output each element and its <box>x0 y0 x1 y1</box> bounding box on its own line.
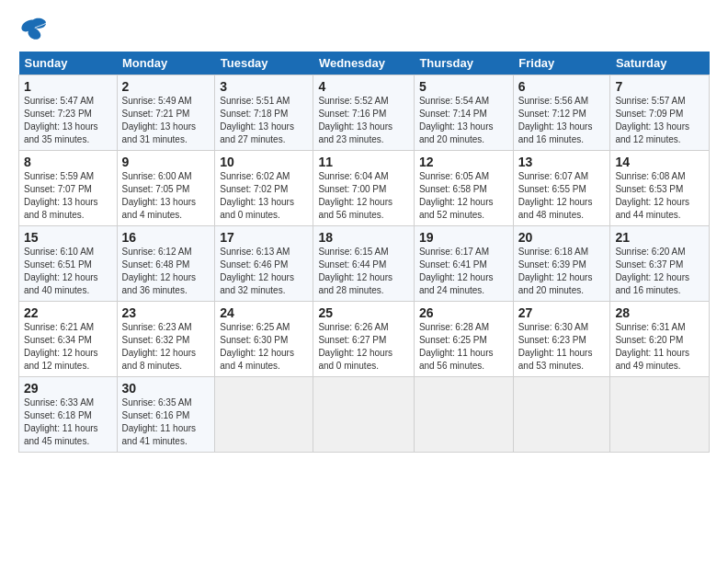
calendar-cell: 16Sunrise: 6:12 AM Sunset: 6:48 PM Dayli… <box>117 226 215 302</box>
day-info: Sunrise: 6:31 AM Sunset: 6:20 PM Dayligh… <box>615 321 704 373</box>
logo <box>18 17 51 42</box>
day-info: Sunrise: 6:23 AM Sunset: 6:32 PM Dayligh… <box>122 321 210 373</box>
calendar-cell: 11Sunrise: 6:04 AM Sunset: 7:00 PM Dayli… <box>313 151 415 226</box>
calendar-cell <box>414 377 513 453</box>
calendar-header-row: SundayMondayTuesdayWednesdayThursdayFrid… <box>19 52 710 75</box>
day-info: Sunrise: 6:26 AM Sunset: 6:27 PM Dayligh… <box>318 321 409 373</box>
calendar-cell <box>215 377 313 453</box>
calendar-cell: 5Sunrise: 5:54 AM Sunset: 7:14 PM Daylig… <box>414 75 513 151</box>
calendar-cell: 30Sunrise: 6:35 AM Sunset: 6:16 PM Dayli… <box>117 377 215 453</box>
day-number: 4 <box>318 79 409 94</box>
calendar-cell: 29Sunrise: 6:33 AM Sunset: 6:18 PM Dayli… <box>19 377 118 453</box>
day-number: 11 <box>318 155 409 169</box>
calendar-cell: 3Sunrise: 5:51 AM Sunset: 7:18 PM Daylig… <box>215 75 313 151</box>
day-number: 14 <box>615 155 704 169</box>
day-number: 5 <box>419 79 508 94</box>
calendar-cell: 12Sunrise: 6:05 AM Sunset: 6:58 PM Dayli… <box>414 151 513 226</box>
day-number: 9 <box>122 155 210 169</box>
day-info: Sunrise: 5:54 AM Sunset: 7:14 PM Dayligh… <box>419 95 508 146</box>
calendar-cell: 18Sunrise: 6:15 AM Sunset: 6:44 PM Dayli… <box>313 226 415 302</box>
calendar-cell: 19Sunrise: 6:17 AM Sunset: 6:41 PM Dayli… <box>414 226 513 302</box>
day-number: 3 <box>220 79 308 94</box>
day-info: Sunrise: 6:12 AM Sunset: 6:48 PM Dayligh… <box>122 246 210 297</box>
column-header-sunday: Sunday <box>19 52 118 75</box>
day-info: Sunrise: 5:52 AM Sunset: 7:16 PM Dayligh… <box>318 95 409 146</box>
day-info: Sunrise: 6:04 AM Sunset: 7:00 PM Dayligh… <box>318 170 409 222</box>
day-info: Sunrise: 6:25 AM Sunset: 6:30 PM Dayligh… <box>220 321 308 373</box>
calendar-week-3: 22Sunrise: 6:21 AM Sunset: 6:34 PM Dayli… <box>19 302 710 377</box>
day-info: Sunrise: 5:56 AM Sunset: 7:12 PM Dayligh… <box>518 95 606 146</box>
calendar-cell: 8Sunrise: 5:59 AM Sunset: 7:07 PM Daylig… <box>19 151 118 226</box>
day-number: 18 <box>318 230 409 245</box>
day-info: Sunrise: 6:35 AM Sunset: 6:16 PM Dayligh… <box>122 396 210 448</box>
day-number: 28 <box>615 305 704 320</box>
calendar-cell: 4Sunrise: 5:52 AM Sunset: 7:16 PM Daylig… <box>313 75 415 151</box>
day-number: 16 <box>122 230 210 245</box>
day-number: 2 <box>122 79 210 94</box>
calendar-cell: 6Sunrise: 5:56 AM Sunset: 7:12 PM Daylig… <box>513 75 610 151</box>
column-header-friday: Friday <box>513 52 610 75</box>
day-info: Sunrise: 6:30 AM Sunset: 6:23 PM Dayligh… <box>518 321 606 373</box>
calendar-cell: 23Sunrise: 6:23 AM Sunset: 6:32 PM Dayli… <box>117 302 215 377</box>
day-number: 26 <box>419 305 508 320</box>
column-header-thursday: Thursday <box>414 52 513 75</box>
day-number: 7 <box>615 79 704 94</box>
calendar-cell: 27Sunrise: 6:30 AM Sunset: 6:23 PM Dayli… <box>513 302 610 377</box>
calendar-cell: 25Sunrise: 6:26 AM Sunset: 6:27 PM Dayli… <box>313 302 415 377</box>
calendar-cell <box>313 377 415 453</box>
column-header-saturday: Saturday <box>610 52 710 75</box>
day-info: Sunrise: 5:47 AM Sunset: 7:23 PM Dayligh… <box>24 95 112 146</box>
calendar-cell: 14Sunrise: 6:08 AM Sunset: 6:53 PM Dayli… <box>610 151 710 226</box>
calendar-cell <box>610 377 710 453</box>
day-info: Sunrise: 5:57 AM Sunset: 7:09 PM Dayligh… <box>615 95 704 146</box>
calendar-page: SundayMondayTuesdayWednesdayThursdayFrid… <box>0 0 728 462</box>
day-info: Sunrise: 6:13 AM Sunset: 6:46 PM Dayligh… <box>220 246 308 297</box>
day-info: Sunrise: 6:28 AM Sunset: 6:25 PM Dayligh… <box>419 321 508 373</box>
calendar-cell: 21Sunrise: 6:20 AM Sunset: 6:37 PM Dayli… <box>610 226 710 302</box>
day-number: 19 <box>419 230 508 245</box>
day-number: 10 <box>220 155 308 169</box>
column-header-monday: Monday <box>117 52 215 75</box>
calendar-cell: 26Sunrise: 6:28 AM Sunset: 6:25 PM Dayli… <box>414 302 513 377</box>
day-number: 12 <box>419 155 508 169</box>
calendar-cell <box>513 377 610 453</box>
calendar-body: 1Sunrise: 5:47 AM Sunset: 7:23 PM Daylig… <box>19 75 710 453</box>
day-number: 21 <box>615 230 704 245</box>
day-info: Sunrise: 6:15 AM Sunset: 6:44 PM Dayligh… <box>318 246 409 297</box>
day-number: 1 <box>24 79 112 94</box>
day-info: Sunrise: 6:18 AM Sunset: 6:39 PM Dayligh… <box>518 246 606 297</box>
day-info: Sunrise: 5:49 AM Sunset: 7:21 PM Dayligh… <box>122 95 210 146</box>
calendar-week-1: 8Sunrise: 5:59 AM Sunset: 7:07 PM Daylig… <box>19 151 710 226</box>
day-number: 8 <box>24 155 112 169</box>
day-number: 29 <box>24 381 112 396</box>
day-info: Sunrise: 6:02 AM Sunset: 7:02 PM Dayligh… <box>220 170 308 222</box>
calendar-cell: 13Sunrise: 6:07 AM Sunset: 6:55 PM Dayli… <box>513 151 610 226</box>
calendar-cell: 20Sunrise: 6:18 AM Sunset: 6:39 PM Dayli… <box>513 226 610 302</box>
day-info: Sunrise: 6:20 AM Sunset: 6:37 PM Dayligh… <box>615 246 704 297</box>
day-number: 27 <box>518 305 606 320</box>
day-info: Sunrise: 6:21 AM Sunset: 6:34 PM Dayligh… <box>24 321 112 373</box>
day-info: Sunrise: 6:07 AM Sunset: 6:55 PM Dayligh… <box>518 170 606 222</box>
calendar-week-0: 1Sunrise: 5:47 AM Sunset: 7:23 PM Daylig… <box>19 75 710 151</box>
calendar-cell: 22Sunrise: 6:21 AM Sunset: 6:34 PM Dayli… <box>19 302 118 377</box>
day-number: 24 <box>220 305 308 320</box>
calendar-table: SundayMondayTuesdayWednesdayThursdayFrid… <box>18 52 710 453</box>
calendar-cell: 15Sunrise: 6:10 AM Sunset: 6:51 PM Dayli… <box>19 226 118 302</box>
calendar-cell: 2Sunrise: 5:49 AM Sunset: 7:21 PM Daylig… <box>117 75 215 151</box>
day-info: Sunrise: 5:59 AM Sunset: 7:07 PM Dayligh… <box>24 170 112 222</box>
header <box>18 17 710 42</box>
day-number: 22 <box>24 305 112 320</box>
day-info: Sunrise: 6:17 AM Sunset: 6:41 PM Dayligh… <box>419 246 508 297</box>
day-info: Sunrise: 6:00 AM Sunset: 7:05 PM Dayligh… <box>122 170 210 222</box>
column-header-wednesday: Wednesday <box>313 52 415 75</box>
day-info: Sunrise: 6:33 AM Sunset: 6:18 PM Dayligh… <box>24 396 112 448</box>
day-number: 13 <box>518 155 606 169</box>
calendar-cell: 17Sunrise: 6:13 AM Sunset: 6:46 PM Dayli… <box>215 226 313 302</box>
calendar-cell: 24Sunrise: 6:25 AM Sunset: 6:30 PM Dayli… <box>215 302 313 377</box>
day-number: 15 <box>24 230 112 245</box>
day-info: Sunrise: 6:05 AM Sunset: 6:58 PM Dayligh… <box>419 170 508 222</box>
column-header-tuesday: Tuesday <box>215 52 313 75</box>
calendar-cell: 28Sunrise: 6:31 AM Sunset: 6:20 PM Dayli… <box>610 302 710 377</box>
day-info: Sunrise: 5:51 AM Sunset: 7:18 PM Dayligh… <box>220 95 308 146</box>
logo-icon <box>18 17 48 42</box>
